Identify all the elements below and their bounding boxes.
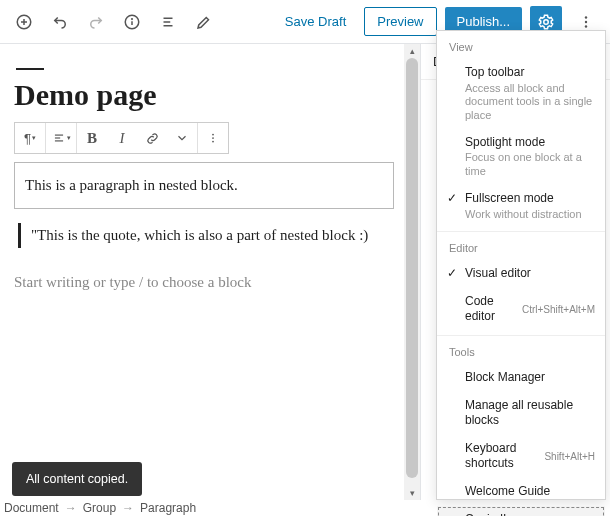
menu-item-copied[interactable]: Copied! — [437, 506, 605, 516]
svg-point-5 — [132, 18, 133, 19]
more-rich-text-button[interactable] — [167, 123, 197, 153]
scroll-thumb[interactable] — [406, 58, 418, 478]
editor-canvas: Demo page ¶▾ ▾ B I This is a paragraph i… — [0, 44, 420, 500]
link-button[interactable] — [137, 123, 167, 153]
svg-point-18 — [212, 141, 214, 143]
svg-point-17 — [212, 137, 214, 139]
svg-point-12 — [585, 25, 587, 27]
editor-scrollbar[interactable]: ▴ ▾ — [404, 44, 420, 500]
undo-button[interactable] — [44, 6, 76, 38]
svg-point-11 — [585, 20, 587, 22]
menu-item-visual-editor[interactable]: ✓ Visual editor — [437, 260, 605, 288]
quote-text: "This is the quote, which is also a part… — [31, 227, 368, 243]
svg-point-9 — [544, 19, 549, 24]
check-icon: ✓ — [447, 266, 459, 280]
save-draft-button[interactable]: Save Draft — [275, 8, 356, 35]
breadcrumb-item[interactable]: Paragraph — [140, 501, 196, 515]
paragraph-text: This is a paragraph in nested block. — [25, 177, 238, 193]
paragraph-block[interactable]: This is a paragraph in nested block. — [14, 162, 394, 209]
menu-item-fullscreen-mode[interactable]: ✓ Fullscreen mode Work without distracti… — [437, 185, 605, 227]
info-button[interactable] — [116, 6, 148, 38]
redo-button[interactable] — [80, 6, 112, 38]
menu-item-code-editor[interactable]: Code editor Ctrl+Shift+Alt+M — [437, 288, 605, 331]
chevron-right-icon: → — [122, 501, 134, 515]
bold-button[interactable]: B — [77, 123, 107, 153]
edit-button[interactable] — [188, 6, 220, 38]
chevron-right-icon: → — [65, 501, 77, 515]
block-breadcrumb: Document → Group → Paragraph — [4, 500, 196, 516]
menu-heading-editor: Editor — [437, 238, 605, 260]
block-more-button[interactable] — [198, 123, 228, 153]
svg-point-16 — [212, 134, 214, 136]
snackbar-notification: All content copied. — [12, 462, 142, 496]
scroll-up-icon[interactable]: ▴ — [404, 44, 420, 58]
align-button[interactable]: ▾ — [46, 123, 76, 153]
quote-block[interactable]: "This is the quote, which is also a part… — [18, 223, 394, 248]
title-decoration — [16, 68, 44, 70]
outline-button[interactable] — [152, 6, 184, 38]
svg-point-10 — [585, 16, 587, 18]
new-block-placeholder[interactable]: Start writing or type / to choose a bloc… — [14, 274, 394, 291]
block-type-button[interactable]: ¶▾ — [15, 123, 45, 153]
check-icon: ✓ — [447, 191, 459, 205]
menu-heading-tools: Tools — [437, 342, 605, 364]
menu-item-keyboard-shortcuts[interactable]: Keyboard shortcuts Shift+Alt+H — [437, 435, 605, 478]
add-block-button[interactable] — [8, 6, 40, 38]
preview-button[interactable]: Preview — [364, 7, 436, 36]
menu-item-top-toolbar[interactable]: Top toolbar Access all block and documen… — [437, 59, 605, 129]
breadcrumb-item[interactable]: Group — [83, 501, 116, 515]
menu-item-block-manager[interactable]: Block Manager — [437, 364, 605, 392]
menu-item-welcome-guide[interactable]: Welcome Guide — [437, 478, 605, 506]
menu-heading-view: View — [437, 37, 605, 59]
page-title[interactable]: Demo page — [14, 78, 394, 112]
menu-item-reusable-blocks[interactable]: Manage all reusable blocks — [437, 392, 605, 435]
snackbar-text: All content copied. — [26, 472, 128, 486]
menu-item-spotlight-mode[interactable]: Spotlight mode Focus on one block at a t… — [437, 129, 605, 185]
scroll-down-icon[interactable]: ▾ — [404, 486, 420, 500]
block-toolbar: ¶▾ ▾ B I — [14, 122, 229, 154]
italic-button[interactable]: I — [107, 123, 137, 153]
breadcrumb-item[interactable]: Document — [4, 501, 59, 515]
more-menu: View Top toolbar Access all block and do… — [436, 30, 606, 500]
pilcrow-icon: ¶ — [24, 131, 31, 146]
